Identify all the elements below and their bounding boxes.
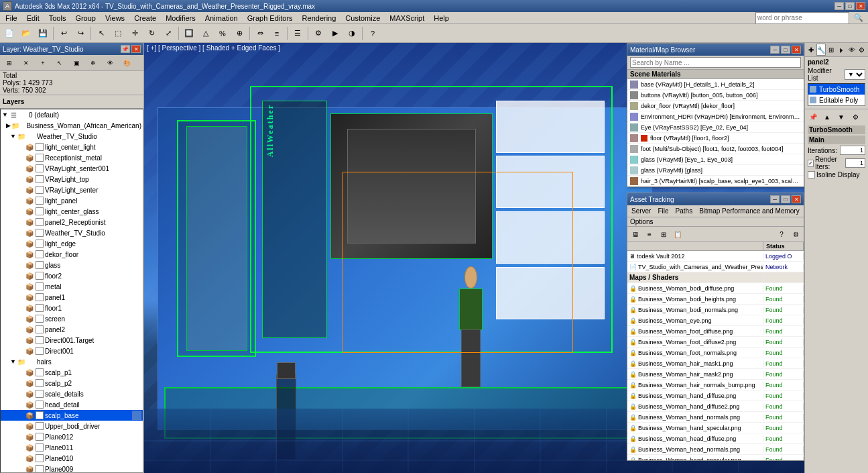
asset-row[interactable]: 🔒Business_Woman_eye.pngFound bbox=[627, 315, 804, 326]
layer-checkbox[interactable] bbox=[36, 315, 44, 323]
redo-button[interactable]: ↪ bbox=[72, 25, 88, 42]
layer-item[interactable]: 📦VRayLight_top bbox=[1, 174, 143, 185]
asset-row[interactable]: 🔒Business_Woman_hair_mask1.pngFound bbox=[627, 358, 804, 369]
layer-freeze[interactable]: ❄ bbox=[85, 55, 101, 71]
mat-item[interactable]: glass (VRayMtl) [glass] bbox=[627, 165, 804, 176]
mat-item[interactable]: foot (Multi/Sub-Object) [foot1, foot2, f… bbox=[627, 144, 804, 154]
mat-item[interactable]: Environment_HDRI (VRayHDRI) [Environment… bbox=[627, 111, 804, 122]
render-iters-checkbox[interactable]: ✓ bbox=[808, 160, 814, 167]
display-tab[interactable]: 👁 bbox=[847, 44, 857, 56]
layers-list[interactable]: ▼☰0 (default)▶📁Business_Woman_(African_A… bbox=[0, 109, 143, 473]
modifier-item[interactable]: Editable Poly bbox=[808, 95, 865, 105]
layer-item[interactable]: 📦Weather_TV_Studio bbox=[1, 227, 143, 238]
spinner-snap-button[interactable]: ⊕ bbox=[231, 25, 247, 42]
mat-list[interactable]: base (VRayMtl) [H_details_1, H_details_2… bbox=[627, 79, 804, 187]
layer-item[interactable]: 📦Plane012 bbox=[1, 431, 143, 442]
menu-animation[interactable]: Animation bbox=[201, 12, 242, 24]
asset-row[interactable]: 🔒Business_Woman_bodi_diffuse.pngFound bbox=[627, 283, 804, 294]
pin-stack-button[interactable]: 📌 bbox=[806, 111, 820, 123]
layer-checkbox[interactable] bbox=[36, 465, 44, 473]
layer-delete-button[interactable]: ✕ bbox=[18, 55, 34, 71]
layer-item[interactable]: 📦glass bbox=[1, 260, 143, 270]
layer-checkbox[interactable] bbox=[36, 261, 44, 269]
snap-button[interactable]: 🔲 bbox=[181, 25, 197, 42]
layer-new-button[interactable]: ⊞ bbox=[1, 55, 17, 71]
layer-item[interactable]: 📦Direct001 bbox=[1, 346, 143, 356]
hierarchy-tab[interactable]: ⊞ bbox=[826, 44, 836, 56]
asset-menu-item[interactable]: Server bbox=[629, 207, 654, 215]
create-tab[interactable]: ✚ bbox=[806, 44, 816, 56]
layer-item[interactable]: 📦✓scalp_base bbox=[1, 410, 143, 421]
layer-item[interactable]: 📦light_panel bbox=[1, 195, 143, 206]
layer-item[interactable]: 📦Receptionist_metal bbox=[1, 152, 143, 163]
scale-button[interactable]: ⤢ bbox=[160, 25, 176, 42]
layer-checkbox[interactable] bbox=[36, 347, 44, 355]
mat-browser-minimize[interactable]: ─ bbox=[770, 46, 780, 54]
menu-customize[interactable]: Customize bbox=[341, 12, 384, 24]
layer-checkbox[interactable] bbox=[36, 368, 44, 376]
menu-file[interactable]: File bbox=[1, 12, 21, 24]
layer-item[interactable]: 📦light_center_light bbox=[1, 142, 143, 152]
utilities-tab[interactable]: ⚙ bbox=[857, 44, 867, 56]
activeshade-button[interactable]: ◑ bbox=[344, 25, 360, 42]
layer-checkbox[interactable] bbox=[36, 454, 44, 462]
layer-checkbox[interactable] bbox=[36, 325, 44, 333]
open-button[interactable]: 📂 bbox=[18, 25, 34, 42]
layer-item[interactable]: 📦VRayLight_senter001 bbox=[1, 163, 143, 174]
layer-checkbox[interactable] bbox=[36, 272, 44, 280]
layer-item[interactable]: 📦floor1 bbox=[1, 303, 143, 313]
asset-row[interactable]: 🖥todesk Vault 2012Logged O bbox=[627, 251, 804, 262]
close-button[interactable]: ✕ bbox=[856, 2, 865, 10]
asset-tb-btn-4[interactable]: 📋 bbox=[671, 228, 684, 240]
layer-item[interactable]: ▼☰0 (default) bbox=[1, 109, 143, 120]
search-input[interactable] bbox=[755, 12, 849, 24]
layer-item[interactable]: 📦panel1 bbox=[1, 292, 143, 303]
undo-button[interactable]: ↩ bbox=[56, 25, 72, 42]
mat-item[interactable]: floor (VRayMtl) [floor1, floor2] bbox=[627, 133, 804, 144]
layer-checkbox[interactable] bbox=[36, 218, 44, 226]
asset-row[interactable]: Maps / Shaders bbox=[627, 272, 804, 283]
asset-row[interactable]: 🔒Business_Woman_head_diffuse.pngFound bbox=[627, 433, 804, 444]
motion-tab[interactable]: ⏵ bbox=[837, 44, 847, 56]
menu-create[interactable]: Create bbox=[130, 12, 160, 24]
layer-checkbox[interactable] bbox=[36, 433, 44, 441]
layer-item[interactable]: 📦Plane009 bbox=[1, 464, 143, 473]
asset-row[interactable]: 🔒Business_Woman_foot_diffuse2.pngFound bbox=[627, 337, 804, 348]
help-btn[interactable]: ? bbox=[365, 25, 381, 42]
asset-menu-item[interactable]: File bbox=[655, 207, 671, 215]
mat-browser-close[interactable]: ✕ bbox=[792, 46, 801, 54]
layer-item[interactable]: 📦VRayLight_senter bbox=[1, 185, 143, 195]
asset-row[interactable]: 🔒Business_Woman_foot_diffuse.pngFound bbox=[627, 326, 804, 337]
menu-help[interactable]: Help bbox=[430, 12, 453, 24]
layer-select-all[interactable]: ▣ bbox=[68, 55, 84, 71]
modify-tab active[interactable]: 🔧 bbox=[816, 44, 826, 56]
layer-checkbox[interactable] bbox=[36, 336, 44, 344]
layer-checkbox[interactable] bbox=[36, 143, 44, 151]
menu-graph-editors[interactable]: Graph Editors bbox=[243, 12, 297, 24]
asset-menu-item[interactable]: Bitmap Performance and Memory bbox=[696, 207, 802, 215]
layer-checkbox[interactable] bbox=[36, 390, 44, 398]
menu-rendering[interactable]: Rendering bbox=[298, 12, 340, 24]
modifier-list-dropdown[interactable]: ▼ bbox=[845, 69, 865, 80]
asset-row[interactable]: 📄TV_Studio_with_Cameras_and_Weather_Pres… bbox=[627, 262, 804, 272]
layer-item[interactable]: 📦scalp_p2 bbox=[1, 378, 143, 388]
mat-browser-maximize[interactable]: □ bbox=[781, 46, 790, 54]
align-button[interactable]: ≡ bbox=[269, 25, 285, 42]
layer-checkbox[interactable] bbox=[36, 422, 44, 430]
asset-tb-btn-1[interactable]: 🖥 bbox=[629, 228, 642, 240]
layer-checkbox[interactable] bbox=[36, 175, 44, 183]
asset-row[interactable]: 🔒Business_Woman_head_normals.pngFound bbox=[627, 444, 804, 455]
asset-row[interactable]: 🔒Business_Woman_hair_mask2.pngFound bbox=[627, 369, 804, 380]
asset-row[interactable]: 🔒Business_Woman_bodi_normals.pngFound bbox=[627, 305, 804, 315]
mat-item[interactable]: glass (VRayMtl) [Eye_1, Eye_003] bbox=[627, 154, 804, 165]
asset-menu-item[interactable]: Paths bbox=[673, 207, 696, 215]
layer-item[interactable]: 📦Plane011 bbox=[1, 442, 143, 453]
layer-manager-button[interactable]: ☰ bbox=[290, 25, 306, 42]
layer-item[interactable]: 📦light_center_glass bbox=[1, 206, 143, 217]
mat-search-input[interactable] bbox=[630, 57, 801, 68]
render-setup-button[interactable]: ⚙ bbox=[310, 25, 326, 42]
render-button[interactable]: ▶ bbox=[327, 25, 343, 42]
render-iters-input[interactable] bbox=[845, 158, 865, 168]
layer-checkbox[interactable] bbox=[36, 282, 44, 291]
layer-item[interactable]: ▼📁hairs bbox=[1, 356, 143, 367]
